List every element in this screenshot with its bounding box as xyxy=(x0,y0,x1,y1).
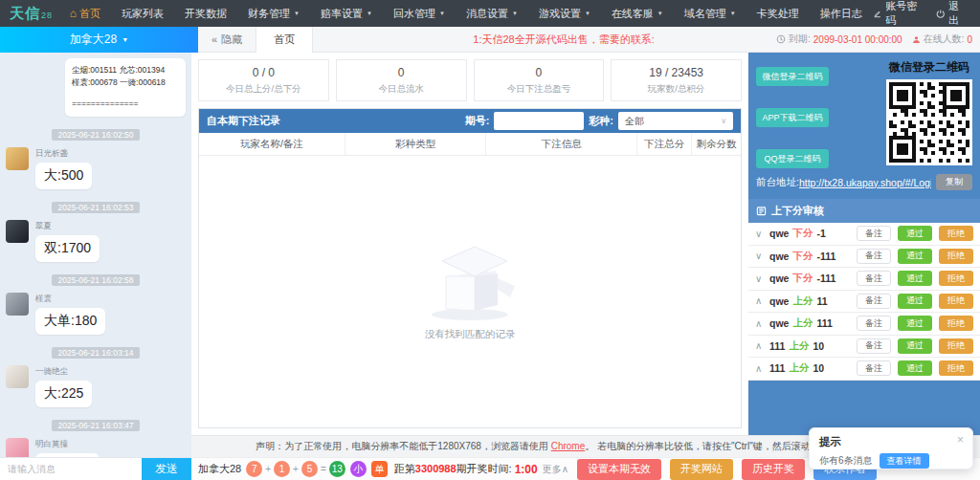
reject-button[interactable]: 拒绝 xyxy=(939,338,973,354)
stat-label: 今日下注总盈亏 xyxy=(475,83,604,96)
invalidate-round-button[interactable]: 设置本期无效 xyxy=(577,459,661,480)
chevron-icon[interactable]: ∧ xyxy=(755,318,769,329)
column-header: 下注信息 xyxy=(486,133,637,155)
note-button[interactable]: 备注 xyxy=(857,360,891,376)
chevron-icon[interactable]: ∧ xyxy=(755,363,769,374)
nav-item-odds[interactable]: 赔率设置▼ xyxy=(310,0,383,27)
qr-section: 微信登录二维码 APP下载二维码 QQ登录二维码 微信登录二维码 xyxy=(748,53,980,168)
approve-button[interactable]: 通过 xyxy=(898,338,932,354)
approve-button[interactable]: 通过 xyxy=(898,360,932,376)
main-content: 0 / 0 今日总上分/总下分 0 今日总流水 0 今日下注总盈亏 19 / 2… xyxy=(191,53,748,435)
nav-label: 卡奖处理 xyxy=(757,7,799,21)
issue-input[interactable] xyxy=(494,112,584,130)
audit-row: ∨ qwe 下分 -111 备注 通过 拒绝 xyxy=(748,246,980,269)
reject-button[interactable]: 拒绝 xyxy=(939,271,973,286)
pinned-line: 槿寰:000678 一骑:000618 xyxy=(72,76,179,89)
nav-item-message-settings[interactable]: 消息设置▼ xyxy=(456,0,528,27)
draw-website-button[interactable]: 开奖网站 xyxy=(670,459,733,480)
logo-text: 天信 xyxy=(10,5,40,21)
account-password-button[interactable]: 账号密码 xyxy=(873,0,923,28)
nav-label: 赔率设置 xyxy=(321,7,363,21)
nav-label: 操作日志 xyxy=(820,7,862,21)
chat-bubble: 双:1700 xyxy=(35,235,100,262)
reject-button[interactable]: 拒绝 xyxy=(939,226,973,241)
chat-message-list[interactable]: 尘烟:001511 允芯:001394 槿寰:000678 一骑:000618 … xyxy=(0,53,191,457)
chevron-icon[interactable]: ∨ xyxy=(755,273,769,284)
note-button[interactable]: 备注 xyxy=(857,226,891,241)
draw-sum-ball: 13 xyxy=(329,461,345,477)
draw-number-ball: 1 xyxy=(274,461,290,477)
nav-item-prize-handle[interactable]: 卡奖处理 xyxy=(746,0,810,27)
chat-username: 明白莫撞 xyxy=(35,439,100,450)
audit-header: 上下分审核 xyxy=(748,199,980,223)
audit-amount: 10 xyxy=(813,340,824,352)
reject-button[interactable]: 拒绝 xyxy=(939,294,973,309)
note-button[interactable]: 备注 xyxy=(857,338,891,354)
approve-button[interactable]: 通过 xyxy=(898,271,932,286)
reject-button[interactable]: 拒绝 xyxy=(939,316,973,331)
chrome-link[interactable]: Chrome xyxy=(551,441,586,451)
view-details-button[interactable]: 查看详情 xyxy=(880,453,929,469)
front-url-link[interactable]: http://tx28.ukapay.shop/#/Login?roomC... xyxy=(799,177,931,188)
empty-state: 没有找到匹配的记录 xyxy=(199,156,741,427)
approve-button[interactable]: 通过 xyxy=(898,294,932,309)
copy-button[interactable]: 复制 xyxy=(936,174,972,190)
chat-message-input[interactable] xyxy=(0,458,142,480)
front-url-label: 前台地址: xyxy=(756,176,799,189)
note-button[interactable]: 备注 xyxy=(857,271,891,286)
logout-button[interactable]: 退出 xyxy=(936,0,967,28)
nav-item-game-settings[interactable]: 游戏设置▼ xyxy=(528,0,601,27)
history-draw-button[interactable]: 历史开奖 xyxy=(742,459,805,480)
notification-toast: 提示 × 你有6条消息 查看详情 xyxy=(809,427,973,469)
note-button[interactable]: 备注 xyxy=(857,294,891,309)
audit-player-name: qwe xyxy=(769,295,789,307)
chat-message: 日光析盏 大:500 xyxy=(6,147,186,189)
audit-row: ∧ 111 上分 10 备注 通过 拒绝 xyxy=(748,358,980,381)
qq-qr-button[interactable]: QQ登录二维码 xyxy=(756,149,829,168)
nav-item-home[interactable]: ⌂首页 xyxy=(59,0,111,27)
nav-item-player-list[interactable]: 玩家列表 xyxy=(111,0,174,27)
chevron-icon[interactable]: ∧ xyxy=(755,340,769,351)
approve-button[interactable]: 通过 xyxy=(898,249,932,264)
pinned-line: ============== xyxy=(72,98,179,110)
approve-button[interactable]: 通过 xyxy=(898,226,932,241)
chat-username: 槿寰 xyxy=(35,294,105,305)
hide-sidebar-button[interactable]: «隐藏 xyxy=(212,33,242,47)
chat-timestamp: 2025-06-21 16:02:53 xyxy=(52,202,141,213)
audit-type: 下分 xyxy=(792,227,813,240)
chat-message: 一骑绝尘 大:225 xyxy=(6,365,186,407)
nav-item-finance[interactable]: 财务管理▼ xyxy=(237,0,310,27)
app-download-qr-button[interactable]: APP下载二维码 xyxy=(756,108,829,127)
stat-card-updown: 0 / 0 今日总上分/总下分 xyxy=(198,59,329,101)
more-toggle[interactable]: 更多∧ xyxy=(543,463,568,476)
countdown: 1:00 xyxy=(515,463,538,476)
room-selector[interactable]: 加拿大28▼ xyxy=(0,27,198,53)
chat-message: 明白莫撞 查:1200 xyxy=(6,438,186,457)
chevron-icon[interactable]: ∧ xyxy=(755,295,769,306)
close-icon[interactable]: × xyxy=(957,433,964,447)
send-button[interactable]: 发送 xyxy=(142,458,191,480)
note-button[interactable]: 备注 xyxy=(857,316,891,331)
chevron-icon[interactable]: ∨ xyxy=(755,229,769,239)
chevron-icon[interactable]: ∨ xyxy=(755,251,769,261)
top-navbar: 天信28 ⌂首页 玩家列表 开奖数据 财务管理▼ 赔率设置▼ 回水管理▼ 消息设… xyxy=(0,0,980,27)
hide-label: 隐藏 xyxy=(221,33,242,47)
nav-item-online-service[interactable]: 在线客服▼ xyxy=(601,0,674,27)
nav-item-rebate[interactable]: 回水管理▼ xyxy=(383,0,456,27)
nav-item-domain[interactable]: 域名管理▼ xyxy=(674,0,746,27)
wechat-qr-button[interactable]: 微信登录二维码 xyxy=(756,67,829,86)
reject-button[interactable]: 拒绝 xyxy=(939,249,973,264)
lottery-select[interactable]: 全部 ∨ xyxy=(618,112,733,130)
nav-item-operation-log[interactable]: 操作日志 xyxy=(810,0,873,27)
tab-home[interactable]: 首页 xyxy=(256,27,313,53)
column-header: 下注总分 xyxy=(637,133,692,155)
nav-item-draw-data[interactable]: 开奖数据 xyxy=(174,0,237,27)
plus-sign: + xyxy=(293,464,299,474)
stat-card-turnover: 0 今日总流水 xyxy=(336,59,467,101)
note-button[interactable]: 备注 xyxy=(857,249,891,264)
approve-button[interactable]: 通过 xyxy=(898,316,932,331)
chat-timestamp: 2025-06-21 16:02:58 xyxy=(52,274,141,286)
nav-label: 首页 xyxy=(79,7,100,21)
reject-button[interactable]: 拒绝 xyxy=(939,360,973,376)
audit-amount: 10 xyxy=(813,362,824,374)
